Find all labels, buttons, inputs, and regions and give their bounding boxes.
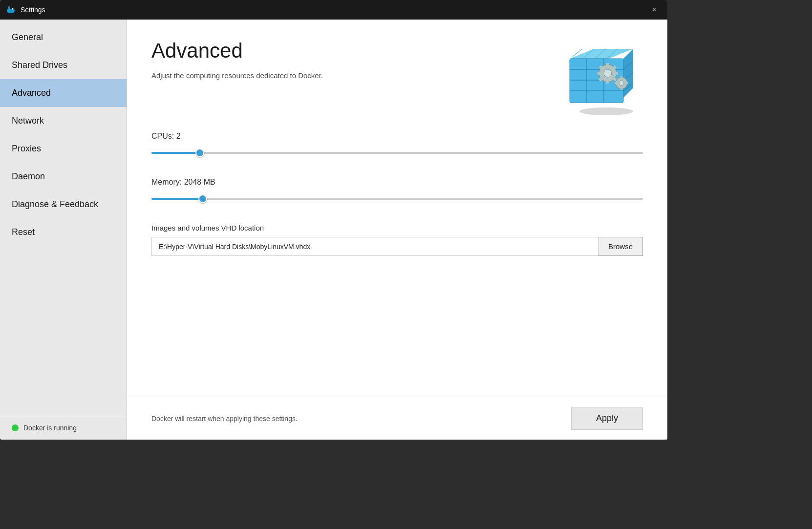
svg-rect-0 <box>7 9 15 13</box>
svg-point-22 <box>604 69 612 77</box>
sidebar-footer: Docker is running <box>0 416 127 440</box>
svg-rect-36 <box>615 82 617 84</box>
status-dot <box>12 424 19 431</box>
cpu-slider[interactable] <box>151 152 643 154</box>
sidebar-nav: General Shared Drives Advanced Network P… <box>0 20 127 416</box>
page-header: Advanced Adjust the computing resources … <box>151 39 643 117</box>
sidebar-item-reset[interactable]: Reset <box>0 218 127 246</box>
svg-rect-1 <box>8 7 10 9</box>
sidebar-item-network[interactable]: Network <box>0 107 127 135</box>
settings-window: Settings × General Shared Drives Advance… <box>0 0 667 440</box>
app-icon <box>6 5 16 15</box>
cpu-label: CPUs: 2 <box>151 132 643 141</box>
svg-rect-26 <box>598 72 601 75</box>
sidebar-item-daemon[interactable]: Daemon <box>0 163 127 190</box>
page-illustration <box>555 39 643 117</box>
svg-rect-23 <box>606 63 609 66</box>
window-title: Settings <box>21 6 647 14</box>
main-footer: Docker will restart when applying these … <box>127 397 667 440</box>
sidebar-item-general[interactable]: General <box>0 23 127 51</box>
svg-marker-6 <box>570 49 633 59</box>
svg-rect-35 <box>626 82 628 84</box>
vhd-input-row: Browse <box>151 237 643 256</box>
title-bar: Settings × <box>0 0 667 20</box>
svg-point-4 <box>579 107 633 115</box>
vhd-label: Images and volumes VHD location <box>151 224 643 232</box>
svg-rect-2 <box>8 6 10 8</box>
vhd-path-input[interactable] <box>151 237 598 256</box>
svg-rect-33 <box>620 76 622 79</box>
memory-slider[interactable] <box>151 198 643 200</box>
memory-section: Memory: 2048 MB <box>151 178 643 206</box>
sidebar-item-diagnose-feedback[interactable]: Diagnose & Feedback <box>0 190 127 218</box>
content-area: General Shared Drives Advanced Network P… <box>0 20 667 440</box>
sidebar-item-advanced[interactable]: Advanced <box>0 79 127 107</box>
page-description: Adjust the computing resources dedicated… <box>151 70 323 82</box>
cpu-section: CPUs: 2 <box>151 132 643 160</box>
apply-button[interactable]: Apply <box>571 407 643 430</box>
close-button[interactable]: × <box>647 2 662 17</box>
vhd-section: Images and volumes VHD location Browse <box>151 224 643 256</box>
status-text: Docker is running <box>23 424 77 432</box>
svg-rect-34 <box>620 87 622 90</box>
sidebar: General Shared Drives Advanced Network P… <box>0 20 127 440</box>
main-content: Advanced Adjust the computing resources … <box>127 20 667 440</box>
cpu-slider-container <box>151 146 643 160</box>
memory-label: Memory: 2048 MB <box>151 178 643 187</box>
footer-note: Docker will restart when applying these … <box>151 415 298 423</box>
svg-point-32 <box>619 81 624 85</box>
svg-point-3 <box>12 8 14 10</box>
page-title: Advanced <box>151 39 323 63</box>
page-header-text: Advanced Adjust the computing resources … <box>151 39 323 82</box>
svg-rect-25 <box>615 72 618 75</box>
sidebar-item-proxies[interactable]: Proxies <box>0 135 127 163</box>
svg-rect-24 <box>606 80 609 84</box>
browse-button[interactable]: Browse <box>598 237 643 256</box>
sidebar-item-shared-drives[interactable]: Shared Drives <box>0 51 127 79</box>
memory-slider-container <box>151 191 643 206</box>
